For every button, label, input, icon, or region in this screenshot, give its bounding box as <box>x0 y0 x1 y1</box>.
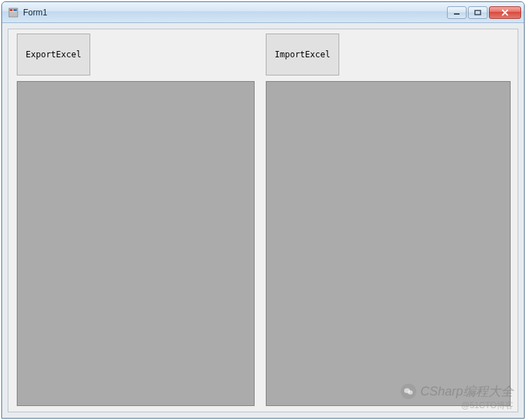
export-excel-button[interactable]: ExportExcel <box>17 34 90 75</box>
import-excel-button[interactable]: ImportExcel <box>266 34 339 75</box>
svg-rect-3 <box>10 12 17 16</box>
export-excel-label: ExportExcel <box>26 50 81 59</box>
left-panel <box>17 81 255 406</box>
right-panel <box>266 81 511 406</box>
titlebar[interactable]: Form1 <box>2 2 524 23</box>
maximize-button[interactable] <box>468 6 488 19</box>
import-excel-label: ImportExcel <box>275 50 330 59</box>
window-title: Form1 <box>23 8 447 17</box>
minimize-button[interactable] <box>447 6 467 19</box>
svg-rect-2 <box>13 9 17 11</box>
svg-rect-1 <box>10 9 13 11</box>
window-controls <box>447 6 521 19</box>
client-area: ExportExcel ImportExcel <box>8 29 518 412</box>
svg-rect-4 <box>454 13 460 15</box>
window-frame: Form1 ExportExcel ImportExcel <box>1 1 525 419</box>
app-icon <box>8 7 19 18</box>
svg-rect-5 <box>475 10 481 15</box>
close-button[interactable] <box>489 6 521 19</box>
